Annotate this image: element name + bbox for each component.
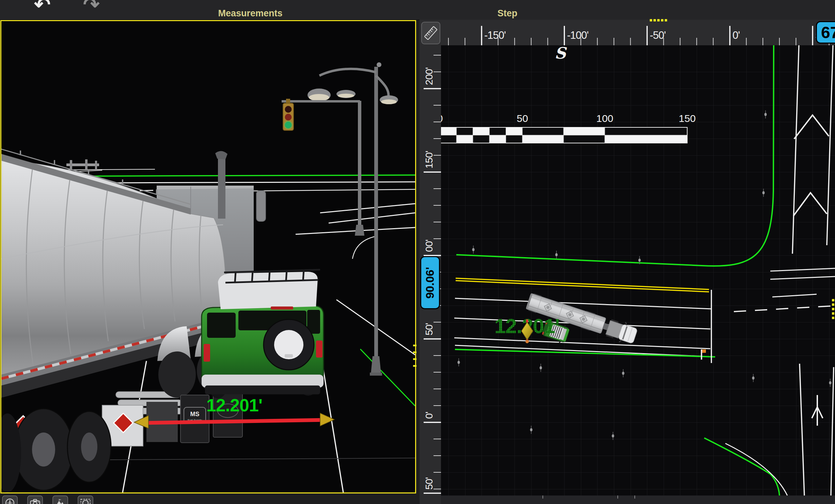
- compass-icon: [5, 498, 15, 504]
- measurements-3d-viewport[interactable]: FLAMMABLE LIQUID MS Fuel Supply: [0, 20, 416, 493]
- measure-tool-button[interactable]: [421, 22, 440, 44]
- svg-text:0: 0: [441, 113, 443, 124]
- bottom-edge-strip: [441, 495, 835, 504]
- undo-icon[interactable]: ↶: [34, 0, 51, 14]
- plan-scene: S 050100150: [441, 45, 835, 495]
- svg-text:0': 0': [423, 412, 435, 419]
- selection-region-button[interactable]: [78, 495, 93, 504]
- view-toolbar: [1, 495, 93, 504]
- svg-text:-150': -150': [484, 29, 506, 41]
- header-bar: ↶ ↷ Measurements Step: [0, 0, 835, 20]
- terrain-icon: [55, 498, 66, 504]
- cursor-y-coordinate-badge: 90.06': [420, 256, 440, 309]
- road-markings-plan: [454, 45, 835, 495]
- ruler-icon: [423, 24, 438, 42]
- redo-icon[interactable]: ↷: [83, 0, 100, 14]
- traffic-signal: [282, 99, 364, 236]
- scale-bar: 050100150: [441, 113, 696, 143]
- svg-text:200': 200': [423, 67, 435, 85]
- mudflap-text: MS: [190, 411, 200, 418]
- svg-text:-50': -50': [650, 29, 666, 41]
- svg-text:50': 50': [423, 477, 435, 490]
- terrain-view-button[interactable]: [52, 495, 68, 504]
- 3d-scene: FLAMMABLE LIQUID MS Fuel Supply: [1, 21, 415, 492]
- north-indicator: S: [554, 45, 567, 62]
- selection-icon: [80, 498, 91, 504]
- horizontal-ruler[interactable]: -150'-100'-50'0'50': [440, 20, 835, 46]
- svg-text:150': 150': [423, 151, 435, 169]
- compass-view-button[interactable]: [2, 495, 18, 504]
- svg-text:100: 100: [596, 113, 613, 124]
- camera-icon: [30, 498, 41, 504]
- svg-text:150: 150: [679, 113, 696, 124]
- step-plan-panel: -150'-100'-50'0'50' 200'150'00'50'0'50' …: [420, 20, 835, 504]
- right-panel-title: Step: [439, 8, 576, 19]
- measurement-plan: 12.201': [494, 315, 560, 343]
- left-panel-title: Measurements: [182, 8, 318, 19]
- horizontal-ruler-ticks: -150'-100'-50'0'50': [440, 20, 835, 45]
- svg-text:00': 00': [423, 240, 435, 252]
- svg-text:50': 50': [423, 323, 435, 335]
- svg-text:50: 50: [517, 113, 528, 124]
- svg-text:-100': -100': [567, 29, 588, 41]
- screenshot-button[interactable]: [27, 495, 43, 504]
- suv-3d[interactable]: [202, 270, 324, 398]
- measurement-value-3d: 12.201': [206, 395, 262, 415]
- svg-text:0': 0': [732, 29, 740, 41]
- plan-2d-viewport[interactable]: S 050100150: [441, 45, 835, 495]
- cursor-x-coordinate-badge: 67: [816, 21, 835, 44]
- survey-point-markers: [458, 110, 832, 440]
